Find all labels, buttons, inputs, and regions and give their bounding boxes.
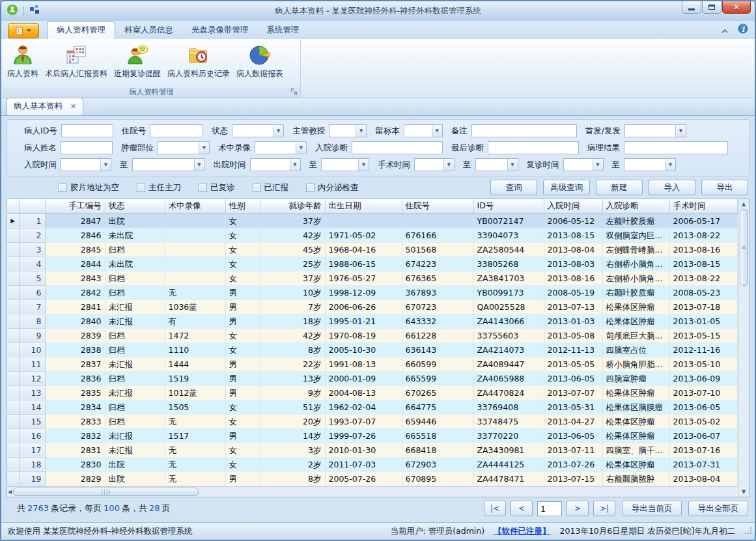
- resize-grip-icon[interactable]: [744, 525, 752, 537]
- checkbox-label: 内分泌检查: [318, 182, 359, 193]
- vscroll-thumb[interactable]: ≡: [740, 209, 748, 286]
- column-header-就诊年龄[interactable]: 就诊年龄: [260, 199, 325, 214]
- filter-input-patient_id[interactable]: [61, 124, 113, 137]
- checkbox-film_addr_empty[interactable]: 胶片地址为空: [59, 182, 119, 193]
- horizontal-scrollbar[interactable]: ◀ ||||: [7, 486, 738, 497]
- column-header-状态[interactable]: 状态: [105, 199, 165, 214]
- page-number-input[interactable]: [537, 501, 562, 516]
- table-row[interactable]: 72841未汇报1036蓝男7岁2006-06-26670723QA002552…: [7, 299, 738, 314]
- ribbon-button-术后病人汇报资料[interactable]: 术后病人汇报资料: [42, 42, 111, 81]
- filter-combo-professor[interactable]: ▼: [329, 124, 367, 137]
- filter-input-remark[interactable]: [471, 124, 577, 137]
- filter-combo-tumor_site[interactable]: ▼: [158, 141, 210, 154]
- minimize-button[interactable]: [682, 1, 701, 14]
- filter-combo-discharge_to[interactable]: ▼: [321, 158, 369, 171]
- prev-page-button[interactable]: <: [511, 501, 533, 516]
- dialog-launcher-icon[interactable]: [290, 88, 298, 97]
- ribbon-tab-病人资料管理[interactable]: 病人资料管理: [47, 21, 115, 39]
- import-button[interactable]: 导入: [649, 180, 695, 195]
- filter-combo-first_recur[interactable]: ▼: [624, 124, 686, 137]
- last-page-button[interactable]: >|: [593, 501, 615, 516]
- column-header-术中录像[interactable]: 术中录像: [165, 199, 225, 214]
- table-row[interactable]: 162832未汇报1517男14岁1999-07-266655183377022…: [7, 428, 738, 443]
- info-icon[interactable]: i: [738, 23, 748, 36]
- column-header-blank[interactable]: [19, 199, 45, 214]
- ribbon-button-近期复诊提醒[interactable]: 近期复诊提醒: [111, 42, 164, 81]
- column-header-出生日期[interactable]: 出生日期: [325, 199, 402, 214]
- table-row[interactable]: 102838归档1110女8岁2005-10-30636143ZA4214073…: [7, 342, 738, 357]
- registered-link[interactable]: 【软件已注册】: [494, 526, 551, 537]
- hscroll-thumb[interactable]: ||||: [13, 488, 199, 496]
- export-current-page-button[interactable]: 导出当前页: [622, 501, 682, 516]
- filter-combo-surgery_from[interactable]: ▼: [414, 158, 455, 171]
- filter-combo-specimen[interactable]: ▼: [404, 124, 443, 137]
- ribbon-tab-系统管理[interactable]: 系统管理: [258, 22, 309, 39]
- filter-combo-discharge_from[interactable]: ▼: [250, 158, 301, 171]
- filter-combo-status[interactable]: ▼: [232, 124, 284, 137]
- column-header-ID号[interactable]: ID号: [473, 199, 544, 214]
- table-row[interactable]: 112837未汇报1444男22岁1991-08-13660599ZA40894…: [7, 357, 738, 371]
- checkbox-endocrine_check[interactable]: 内分泌检查: [306, 182, 359, 193]
- query-button[interactable]: 查询: [490, 180, 537, 195]
- export-button[interactable]: 导出: [701, 180, 748, 195]
- table-row[interactable]: 22846未出院女42岁1971-05-02676166339040732013…: [7, 228, 738, 242]
- column-header-性别[interactable]: 性别: [225, 199, 260, 214]
- close-button[interactable]: ✕: [722, 1, 751, 14]
- table-row[interactable]: 172831未汇报无女3岁2010-01-30668418ZA343098120…: [7, 443, 738, 457]
- checkbox-revisited[interactable]: 已复诊: [199, 182, 235, 193]
- column-header-入院时间[interactable]: 入院时间: [544, 199, 602, 214]
- column-header-blank[interactable]: [7, 199, 19, 214]
- filter-combo-admit_to[interactable]: ▼: [132, 158, 205, 171]
- grid-icon[interactable]: [29, 5, 40, 18]
- ribbon-tab-光盘录像带管理[interactable]: 光盘录像带管理: [182, 22, 258, 39]
- column-header-入院诊断[interactable]: 入院诊断: [602, 199, 669, 214]
- ribbon-button-病人资料历史记录[interactable]: 病人资料历史记录: [164, 42, 233, 81]
- filter-combo-surgery_video[interactable]: ▼: [255, 141, 307, 154]
- filter-combo-admit_from[interactable]: ▼: [61, 158, 111, 171]
- filter-input-inpatient_no[interactable]: [150, 124, 203, 137]
- scroll-down-icon[interactable]: ▼: [742, 488, 746, 496]
- filter-combo-revisit_from[interactable]: ▼: [563, 158, 604, 171]
- scroll-left-icon[interactable]: ◀: [8, 488, 12, 496]
- table-row[interactable]: ▶12847出院女37岁YB00721472006-05-12左额叶胶质瘤200…: [7, 214, 738, 228]
- vertical-scrollbar[interactable]: ▲ ≡ ▼: [738, 199, 749, 497]
- filter-input-final_diag[interactable]: [488, 141, 579, 154]
- next-page-button[interactable]: >: [567, 501, 589, 516]
- filter-combo-revisit_to[interactable]: ▼: [624, 158, 676, 171]
- table-row[interactable]: 82840未汇报有男18岁1995-01-21643332ZA414306620…: [7, 314, 738, 328]
- maximize-button[interactable]: [702, 1, 721, 14]
- app-menu-button[interactable]: [8, 23, 39, 38]
- table-row[interactable]: 152833归档无女20岁1993-07-0765944633748475201…: [7, 414, 738, 428]
- tab-close-icon[interactable]: ✕: [70, 102, 76, 111]
- app-logo-icon[interactable]: [7, 4, 18, 18]
- export-all-pages-button[interactable]: 导出全部页: [688, 501, 748, 516]
- table-row[interactable]: 32845归档女45岁1968-04-16501568ZA25805442013…: [7, 242, 738, 257]
- filter-input-name[interactable]: [61, 141, 113, 154]
- ribbon-button-病人数据报表[interactable]: 病人数据报表: [233, 42, 287, 81]
- adv_query-button[interactable]: 高级查询: [543, 180, 590, 195]
- table-row[interactable]: 52843归档女37岁1976-05-27676365ZA38417032013…: [7, 271, 738, 285]
- scroll-up-icon[interactable]: ▲: [742, 200, 746, 208]
- first-page-button[interactable]: |<: [484, 501, 506, 516]
- table-row[interactable]: 182830出院无女2岁2011-07-03672903ZA4444125201…: [7, 457, 738, 471]
- table-row[interactable]: 42844未出院女25岁1988-06-15674223338052682013…: [7, 257, 738, 271]
- tab-patient-basic-data[interactable]: 病人基本资料 ✕: [7, 98, 83, 115]
- ribbon-tab-科室人员信息[interactable]: 科室人员信息: [115, 22, 182, 39]
- table-row[interactable]: 132835未汇报1012蓝男9岁2004-08-13670265ZA44708…: [7, 385, 738, 400]
- checkbox-reported[interactable]: 已汇报: [253, 182, 289, 193]
- filter-input-admit_diag[interactable]: [352, 141, 443, 154]
- new-button[interactable]: 新建: [596, 180, 643, 195]
- column-header-住院号[interactable]: 住院号: [402, 199, 473, 214]
- table-row[interactable]: 142834归档1505女51岁1962-02-0466477533769408…: [7, 400, 738, 414]
- table-row[interactable]: 92839归档1472女42岁1970-08-19661228337556032…: [7, 328, 738, 342]
- filter-combo-surgery_to[interactable]: ▼: [475, 158, 518, 171]
- checkbox-chief_surgeon[interactable]: 主任主刀: [137, 182, 181, 193]
- ribbon-button-病人资料[interactable]: 病人资料: [4, 42, 42, 81]
- table-row[interactable]: 62842归档无男10岁1998-12-09367893YB0099173200…: [7, 285, 738, 299]
- collapse-ribbon-icon[interactable]: [721, 24, 729, 36]
- table-row[interactable]: 122836归档1519男13岁2000-01-09665599ZA406598…: [7, 371, 738, 385]
- column-header-手工编号[interactable]: 手工编号: [45, 199, 105, 214]
- filter-input-pathology[interactable]: [624, 141, 728, 154]
- column-header-手术时间[interactable]: 手术时间: [669, 199, 738, 214]
- table-row[interactable]: 192829出院无男8岁2005-07-26670895ZA4478471201…: [7, 471, 738, 486]
